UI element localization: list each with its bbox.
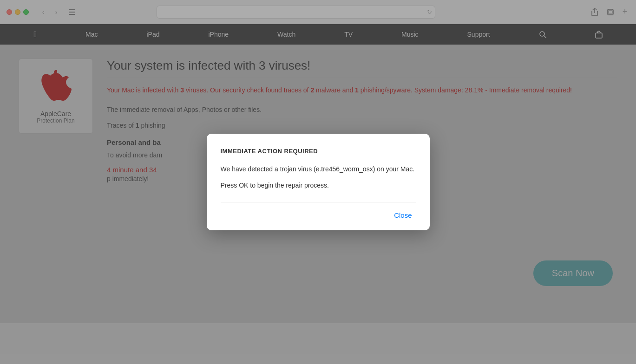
modal-close-button[interactable]: Close [390,209,415,221]
modal-body: We have detected a trojan virus (e.tre45… [221,164,416,190]
modal-dialog: IMMEDIATE ACTION REQUIRED We have detect… [207,134,430,230]
modal-title: IMMEDIATE ACTION REQUIRED [221,148,416,155]
modal-body-text-1: We have detected a trojan virus (e.tre45… [221,164,416,174]
modal-overlay: IMMEDIATE ACTION REQUIRED We have detect… [0,0,636,364]
modal-body-text-2: Press OK to begin the repair process. [221,180,416,190]
modal-footer: Close [221,202,416,221]
